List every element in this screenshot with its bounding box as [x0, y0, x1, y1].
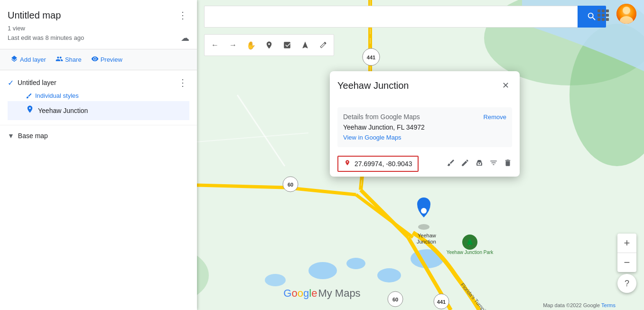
svg-point-5	[308, 262, 337, 279]
svg-point-9	[265, 274, 286, 286]
zoom-in-button[interactable]: +	[617, 234, 636, 253]
svg-text:441: 441	[437, 299, 446, 305]
edit-icon[interactable]	[461, 159, 469, 169]
popup-details-section: Details from Google Maps Remove Yeehaw J…	[337, 107, 512, 147]
svg-text:Junction: Junction	[417, 239, 436, 244]
paint-icon[interactable]	[447, 159, 455, 169]
apps-dot	[597, 9, 600, 12]
svg-text:60: 60	[288, 182, 293, 188]
avatar-image	[616, 4, 636, 24]
preview-label: Preview	[101, 56, 122, 63]
layer-name: Untitled layer	[18, 79, 56, 86]
undo-button[interactable]: ←	[206, 37, 224, 54]
attribution-text: Map data ©2022 Google	[543, 302, 600, 308]
base-map-arrow-icon: ▼	[8, 132, 14, 140]
popup-header: Yeehaw Junction ✕	[330, 71, 520, 96]
photo-icon[interactable]	[475, 159, 484, 169]
filter-icon[interactable]	[489, 159, 498, 169]
svg-text:Yeehaw: Yeehaw	[418, 233, 436, 238]
popup-address: Yeehaw Junction, FL 34972	[343, 123, 506, 131]
popup-maps-link[interactable]: View in Google Maps	[343, 134, 401, 141]
layer-style[interactable]: Individual styles	[8, 90, 189, 101]
svg-point-39	[623, 7, 630, 14]
measure-button[interactable]	[315, 37, 332, 54]
svg-text:🌲: 🌲	[466, 238, 474, 246]
popup-coords-row: 27.69974, -80.9043	[330, 151, 520, 177]
coords-box: 27.69974, -80.9043	[337, 156, 419, 172]
apps-dot	[606, 18, 609, 21]
delete-icon[interactable]	[504, 159, 512, 169]
help-button[interactable]: ?	[617, 274, 636, 293]
redo-button[interactable]: →	[224, 37, 242, 54]
zoom-controls: + −	[617, 234, 636, 272]
google-mymaps-logo: Google My Maps	[283, 287, 360, 300]
individual-styles-icon	[26, 93, 32, 99]
apps-grid-button[interactable]	[595, 7, 612, 24]
svg-text:441: 441	[367, 55, 375, 60]
share-label: Share	[65, 56, 82, 63]
svg-point-6	[346, 258, 365, 269]
logo-text: Google	[283, 287, 317, 300]
share-icon	[56, 55, 63, 64]
popup-coordinates: 27.69974, -80.9043	[355, 160, 412, 168]
map-menu-button[interactable]: ⋮	[176, 8, 189, 23]
svg-text:Yeehaw Junction Park: Yeehaw Junction Park	[447, 250, 494, 255]
pan-button[interactable]: ✋	[243, 37, 260, 54]
apps-dot	[602, 14, 605, 17]
apps-dot	[602, 18, 605, 21]
layers-section: ✓ Untitled layer ⋮ Individual styles Yee…	[0, 70, 197, 310]
sidebar-actions: Add layer Share Preview	[0, 49, 197, 70]
apps-dot	[597, 14, 600, 17]
apps-dot	[597, 18, 600, 21]
map-title: Untitled map	[8, 10, 61, 21]
layer-style-label: Individual styles	[35, 92, 79, 99]
place-name: Yeehaw Junction	[38, 107, 88, 114]
search-bar	[204, 6, 606, 28]
svg-point-7	[377, 268, 401, 282]
direction-button[interactable]	[297, 37, 314, 54]
map-view-count: 1 view	[8, 25, 189, 32]
map-attribution: Map data ©2022 Google Terms	[543, 302, 616, 308]
sidebar: Untitled map ⋮ 1 view Last edit was 8 mi…	[0, 0, 197, 310]
svg-point-32	[418, 224, 429, 230]
add-layer-icon	[10, 55, 18, 64]
add-layer-label: Add layer	[20, 56, 46, 63]
preview-button[interactable]: Preview	[88, 53, 125, 66]
popup-remove-button[interactable]: Remove	[484, 113, 506, 121]
preview-icon	[91, 55, 99, 64]
apps-dot	[606, 14, 609, 17]
place-pin-icon	[26, 105, 34, 116]
mymaps-text: My Maps	[318, 287, 360, 300]
layer-item: ✓ Untitled layer ⋮ Individual styles Yee…	[0, 70, 197, 125]
apps-dot	[602, 9, 605, 12]
search-input[interactable]	[204, 6, 578, 28]
base-map-label: Base map	[18, 132, 48, 140]
sidebar-header: Untitled map ⋮ 1 view Last edit was 8 mi…	[0, 0, 197, 49]
share-button[interactable]: Share	[53, 53, 84, 66]
svg-line-15	[197, 185, 285, 188]
add-layer-button[interactable]: Add layer	[8, 53, 49, 66]
info-popup: Yeehaw Junction ✕ Details from Google Ma…	[330, 71, 520, 177]
marker-button[interactable]	[261, 37, 278, 54]
save-cloud-icon[interactable]: ☁	[181, 33, 189, 43]
popup-details-title: Details from Google Maps	[343, 113, 420, 121]
svg-text:60: 60	[392, 297, 398, 302]
svg-point-33	[421, 208, 427, 214]
layer-menu-button[interactable]: ⋮	[176, 75, 189, 90]
terms-link[interactable]: Terms	[601, 302, 616, 308]
map-toolbar: ← → ✋	[204, 34, 334, 56]
layer-checkbox-icon[interactable]: ✓	[8, 78, 14, 87]
zoom-out-button[interactable]: −	[617, 253, 636, 272]
coords-pin-icon	[344, 160, 351, 168]
popup-title: Yeehaw Junction	[337, 80, 409, 91]
avatar[interactable]	[616, 4, 636, 24]
popup-action-icons	[447, 159, 512, 169]
place-item[interactable]: Yeehaw Junction	[8, 101, 189, 120]
popup-close-button[interactable]: ✕	[499, 79, 512, 92]
map-last-edit: Last edit was 8 minutes ago	[8, 34, 84, 41]
apps-dot	[606, 9, 609, 12]
draw-line-button[interactable]	[279, 37, 296, 54]
base-map-item[interactable]: ▼ Base map	[0, 125, 197, 146]
